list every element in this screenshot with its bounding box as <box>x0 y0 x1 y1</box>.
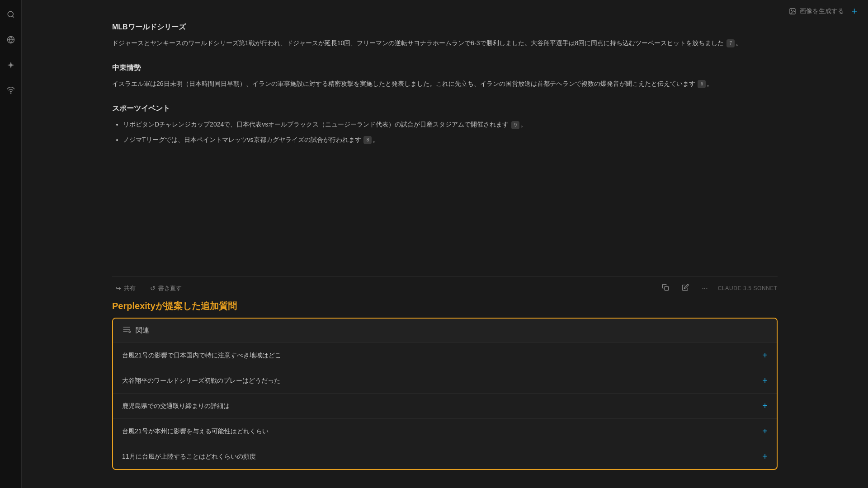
mlb-section: MLBワールドシリーズ ドジャースとヤンキースのワールドシリーズ第1戦が行われ、… <box>112 23 778 49</box>
citation-9: 9 <box>511 121 519 129</box>
related-item-text: 鹿児島県での交通取り締まりの詳細は <box>122 402 230 410</box>
citation-7: 7 <box>726 39 735 47</box>
search-icon[interactable] <box>4 7 18 22</box>
topbar: 画像を生成する + <box>22 0 868 23</box>
perplexity-box: 関連 台風21号の影響で日本国内で特に注意すべき地域はどこ + 大谷翔平のワール… <box>112 318 778 470</box>
perplexity-section: Perplexityが提案した追加質問 関連 台風21号の影響で日本国内で特に注… <box>112 300 778 488</box>
svg-point-4 <box>10 93 11 94</box>
share-icon: ↪ <box>116 285 121 292</box>
citation-8: 8 <box>363 136 372 144</box>
generate-image-label: 画像を生成する <box>800 7 844 15</box>
copy-button[interactable] <box>659 282 672 295</box>
svg-line-1 <box>12 16 14 17</box>
globe-icon[interactable] <box>4 33 18 47</box>
model-label: CLAUDE 3.5 SONNET <box>718 285 778 291</box>
related-item-1[interactable]: 台風21号の影響で日本国内で特に注意すべき地域はどこ + <box>113 343 777 368</box>
add-button[interactable]: + <box>851 5 857 17</box>
add-question-icon-5: + <box>762 451 768 462</box>
mlb-title: MLBワールドシリーズ <box>112 23 778 32</box>
sports-title: スポーツイベント <box>112 104 778 113</box>
generate-image-button[interactable]: 画像を生成する <box>789 7 844 15</box>
rewrite-icon: ↺ <box>150 285 156 292</box>
more-button[interactable]: ··· <box>699 282 710 294</box>
related-item-5[interactable]: 11月に台風が上陸することはどれくらいの頻度 + <box>113 444 777 469</box>
mideast-body: イスラエル軍は26日未明（日本時間同日早朝）、イランの軍事施設に対する精密攻撃を… <box>112 78 778 89</box>
svg-rect-7 <box>665 286 669 291</box>
related-item-4[interactable]: 台風21号が本州に影響を与える可能性はどれくらい + <box>113 419 777 444</box>
add-question-icon-3: + <box>762 401 768 411</box>
svg-point-6 <box>791 10 792 11</box>
related-item-text: 台風21号が本州に影響を与える可能性はどれくらい <box>122 427 269 436</box>
related-icon <box>122 325 131 336</box>
citation-6: 6 <box>698 80 706 88</box>
related-item-2[interactable]: 大谷翔平のワールドシリーズ初戦のプレーはどうだった + <box>113 368 777 394</box>
list-item: ノジマTリーグでは、日本ペイントマレッツvs京都カグヤライズの試合が行われます … <box>123 134 778 145</box>
add-question-icon-1: + <box>762 350 768 361</box>
rewrite-label: 書き直す <box>158 284 182 292</box>
rewrite-button[interactable]: ↺ 書き直す <box>146 282 185 294</box>
edit-button[interactable] <box>679 282 692 295</box>
list-item: リポビタンDチャレンジカップ2024で、日本代表vsオールブラックス（ニュージー… <box>123 119 778 130</box>
perplexity-header: 関連 <box>113 319 777 343</box>
share-label: 共有 <box>124 284 136 292</box>
mlb-body: ドジャースとヤンキースのワールドシリーズ第1戦が行われ、ドジャースが延長10回、… <box>112 38 778 49</box>
perplexity-title: Perplexityが提案した追加質問 <box>112 300 778 312</box>
svg-point-11 <box>129 331 130 332</box>
mideast-section: 中東情勢 イスラエル軍は26日未明（日本時間同日早朝）、イランの軍事施設に対する… <box>112 63 778 89</box>
content-area: MLBワールドシリーズ ドジャースとヤンキースのワールドシリーズ第1戦が行われ、… <box>22 23 868 269</box>
sports-list: リポビタンDチャレンジカップ2024で、日本代表vsオールブラックス（ニュージー… <box>112 119 778 145</box>
related-item-text: 大谷翔平のワールドシリーズ初戦のプレーはどうだった <box>122 377 280 385</box>
related-item-3[interactable]: 鹿児島県での交通取り締まりの詳細は + <box>113 394 777 419</box>
add-question-icon-4: + <box>762 426 768 436</box>
main-area: 画像を生成する + MLBワールドシリーズ ドジャースとヤンキースのワールドシリ… <box>22 0 868 488</box>
svg-point-0 <box>8 11 13 17</box>
share-button[interactable]: ↪ 共有 <box>112 282 139 294</box>
related-item-text: 11月に台風が上陸することはどれくらいの頻度 <box>122 453 256 461</box>
add-question-icon-2: + <box>762 375 768 386</box>
sports-section: スポーツイベント リポビタンDチャレンジカップ2024で、日本代表vsオールブラ… <box>112 104 778 145</box>
mideast-title: 中東情勢 <box>112 63 778 73</box>
related-label: 関連 <box>136 326 149 335</box>
radio-icon[interactable] <box>4 83 18 98</box>
sidebar <box>0 0 22 488</box>
action-bar: ↪ 共有 ↺ 書き直す ··· CLAUDE 3.5 SONNET <box>112 276 778 300</box>
sparkle-icon[interactable] <box>4 58 18 72</box>
related-item-text: 台風21号の影響で日本国内で特に注意すべき地域はどこ <box>122 352 281 360</box>
